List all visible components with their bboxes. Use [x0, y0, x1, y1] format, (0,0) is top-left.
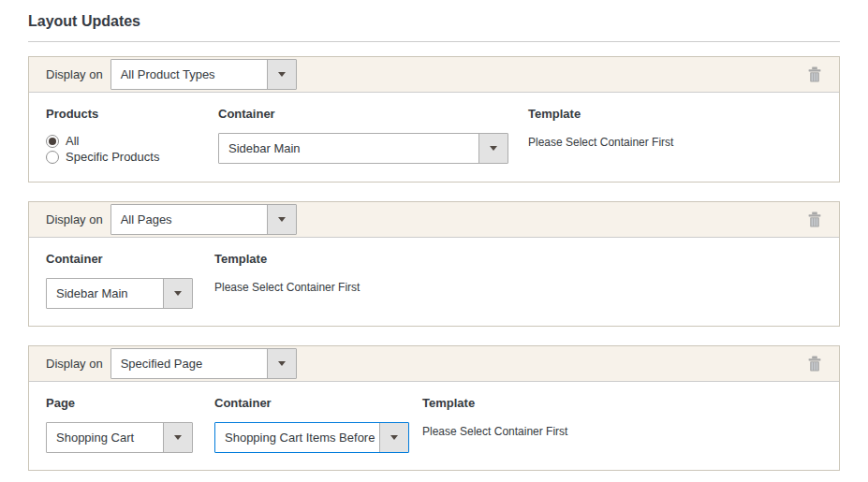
display-on-label: Display on	[46, 212, 103, 226]
products-label: Products	[46, 107, 218, 121]
radio-label: Specific Products	[66, 150, 159, 164]
container-label: Container	[214, 396, 422, 410]
delete-rule-button[interactable]	[805, 66, 824, 84]
container-field: Container Sidebar Main	[218, 107, 528, 165]
container-field: Container Shopping Cart Items Before	[214, 396, 422, 453]
display-on-value: Specified Page	[111, 349, 267, 378]
template-note: Please Select Container First	[214, 281, 360, 294]
radio-button[interactable]	[46, 135, 59, 148]
products-radio-group: All Specific Products	[46, 133, 218, 165]
delete-rule-button[interactable]	[805, 355, 824, 373]
delete-rule-button[interactable]	[805, 211, 824, 229]
display-on-select[interactable]: Specified Page	[110, 348, 297, 379]
template-label: Template	[528, 107, 822, 121]
rule-3-body: Page Shopping Cart Container Shopping Ca…	[29, 382, 839, 470]
template-note: Please Select Container First	[422, 425, 567, 438]
layout-update-rule-1: Display on All Product Types Products	[28, 56, 840, 183]
template-field: Template Please Select Container First	[214, 252, 822, 309]
container-value: Sidebar Main	[47, 279, 163, 308]
display-on-value: All Pages	[111, 205, 267, 234]
template-field: Template Please Select Container First	[528, 107, 822, 165]
container-label: Container	[218, 107, 528, 121]
layout-updates-section: Layout Updates Display on All Product Ty…	[0, 0, 868, 471]
chevron-down-icon[interactable]	[478, 134, 508, 163]
page-title: Layout Updates	[28, 0, 840, 42]
rule-1-body: Products All Specific Products Container…	[29, 93, 839, 182]
page-value: Shopping Cart	[47, 423, 163, 452]
chevron-down-icon[interactable]	[267, 349, 296, 378]
radio-option-specific-products[interactable]: Specific Products	[46, 149, 218, 165]
chevron-down-icon[interactable]	[267, 60, 296, 89]
rule-3-header: Display on Specified Page	[29, 346, 839, 382]
trash-icon	[807, 356, 822, 372]
rule-2-body: Container Sidebar Main Template Please S…	[29, 238, 839, 326]
display-on-label: Display on	[46, 357, 103, 371]
chevron-down-icon[interactable]	[163, 279, 192, 308]
page-field: Page Shopping Cart	[46, 396, 214, 453]
layout-update-rule-3: Display on Specified Page Page	[28, 345, 840, 471]
container-select[interactable]: Sidebar Main	[46, 278, 193, 309]
container-value: Shopping Cart Items Before	[215, 423, 379, 452]
container-field: Container Sidebar Main	[46, 252, 214, 309]
display-on-select[interactable]: All Product Types	[110, 59, 297, 90]
template-note: Please Select Container First	[528, 136, 673, 149]
trash-icon	[807, 66, 822, 82]
chevron-down-icon[interactable]	[379, 423, 408, 452]
display-on-value: All Product Types	[111, 60, 267, 89]
radio-button[interactable]	[46, 151, 59, 164]
chevron-down-icon[interactable]	[267, 205, 296, 234]
chevron-down-icon[interactable]	[163, 423, 192, 452]
rule-1-header: Display on All Product Types	[29, 57, 839, 93]
trash-icon	[807, 212, 822, 227]
display-on-select[interactable]: All Pages	[110, 204, 297, 235]
template-label: Template	[422, 396, 822, 410]
radio-label: All	[66, 134, 79, 148]
template-label: Template	[214, 252, 822, 266]
radio-option-all[interactable]: All	[46, 133, 218, 149]
container-select[interactable]: Shopping Cart Items Before	[214, 422, 409, 453]
page-select[interactable]: Shopping Cart	[46, 422, 193, 453]
container-label: Container	[46, 252, 214, 266]
container-value: Sidebar Main	[219, 134, 478, 163]
display-on-label: Display on	[46, 67, 103, 81]
container-select[interactable]: Sidebar Main	[218, 133, 508, 164]
layout-update-rule-2: Display on All Pages Container	[28, 201, 840, 327]
template-field: Template Please Select Container First	[422, 396, 822, 453]
products-field: Products All Specific Products	[46, 107, 218, 165]
rule-2-header: Display on All Pages	[29, 202, 839, 238]
page-label: Page	[46, 396, 214, 410]
